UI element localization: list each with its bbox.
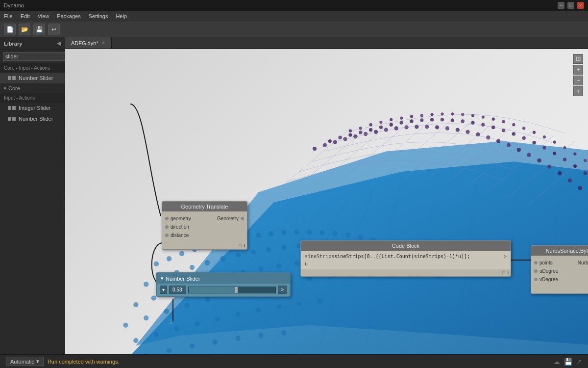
save-button[interactable]: 💾	[33, 24, 45, 35]
ns-value-display[interactable]: 0.53	[169, 286, 186, 294]
menu-settings[interactable]: Settings	[89, 13, 108, 19]
code-block-warn-icon[interactable]: ℹ	[507, 270, 509, 275]
sidebar-item-number-slider-1[interactable]: Number Slider	[0, 73, 65, 83]
port-label-udegree: uDegree	[539, 268, 558, 274]
auto-run-dropdown[interactable]: Automatic ▾	[6, 357, 44, 366]
sidebar-item-label: Number Slider	[19, 116, 53, 122]
menu-file[interactable]: File	[4, 13, 13, 19]
save-icon[interactable]: 💾	[564, 358, 572, 366]
code-block-header: Code Block	[301, 241, 511, 251]
section-input-actions: Input - Actions	[0, 93, 65, 103]
code-block-body: sineStrips sineStrips[0..((List.Count(si…	[301, 251, 511, 269]
viewport-settings-button[interactable]: +	[573, 86, 583, 96]
canvas-tab[interactable]: ADFG.dyn* ✕	[65, 37, 112, 49]
svg-point-89	[568, 179, 572, 183]
svg-point-25	[482, 115, 485, 118]
number-slider-body: ▾ 0.53 >	[157, 284, 290, 296]
undo-button[interactable]: ↩	[48, 24, 60, 35]
sidebar-category-core[interactable]: ▾ Core	[0, 83, 65, 93]
code-block-title: Code Block	[392, 243, 419, 249]
svg-point-65	[323, 143, 327, 147]
svg-point-18	[410, 115, 413, 118]
svg-point-19	[420, 114, 423, 117]
svg-point-117	[220, 256, 225, 261]
ns-type-dropdown[interactable]: ▾	[160, 286, 167, 294]
status-right: ☁ 💾 ↗	[553, 358, 582, 366]
menu-help[interactable]: Help	[116, 13, 127, 19]
svg-point-94	[179, 251, 184, 256]
port-dot-points	[534, 261, 538, 264]
ns-slider-track[interactable]	[188, 287, 276, 293]
help-icon[interactable]: ↗	[576, 358, 582, 366]
tab-close-icon[interactable]: ✕	[101, 40, 105, 46]
slider-icon	[8, 117, 16, 121]
svg-point-55	[512, 132, 515, 135]
new-button[interactable]: 📄	[4, 24, 16, 35]
nurbs-surface-node: NurbsSurface.ByPoints points uDegree	[531, 245, 588, 294]
svg-point-15	[379, 121, 382, 124]
number-slider-node: ▾ Number Slider ▾ 0.53 >	[156, 272, 291, 297]
svg-point-118	[236, 253, 241, 258]
window-controls: ─ □ ✕	[558, 2, 584, 9]
node-info-icon[interactable]: □	[239, 243, 242, 248]
ns-slider-thumb[interactable]	[235, 287, 238, 293]
sidebar-item-integer-slider[interactable]: Integer Slider	[0, 103, 65, 113]
geometry-translate-inputs: geometry direction distance	[162, 213, 214, 240]
node-warn-icon[interactable]: ℹ	[244, 243, 245, 248]
svg-point-93	[167, 256, 172, 261]
svg-point-84	[517, 148, 521, 152]
menu-view[interactable]: View	[38, 13, 49, 19]
svg-point-30	[533, 131, 536, 134]
svg-point-62	[584, 172, 587, 175]
code-output-1: >	[504, 254, 507, 259]
port-vdegree: vDegree	[534, 275, 572, 284]
svg-point-107	[345, 233, 350, 237]
search-input[interactable]	[3, 52, 75, 61]
svg-point-92	[154, 261, 159, 266]
minimize-button[interactable]: ─	[558, 2, 564, 9]
svg-point-143	[144, 315, 148, 320]
sidebar-collapse-icon[interactable]: ◀	[57, 40, 61, 47]
cloud-icon[interactable]: ☁	[553, 358, 560, 366]
svg-point-146	[205, 297, 210, 302]
3d-surface	[65, 49, 588, 354]
sidebar-item-number-slider-2[interactable]: Number Slider	[0, 113, 65, 124]
sidebar-item-label: Integer Slider	[19, 105, 50, 111]
zoom-out-button[interactable]: −	[573, 76, 583, 85]
zoom-in-button[interactable]: +	[573, 65, 583, 75]
svg-point-153	[133, 338, 138, 343]
code-block-info-icon[interactable]: □	[503, 270, 505, 275]
svg-point-77	[445, 126, 449, 130]
port-dot-distance	[165, 234, 169, 237]
svg-point-165	[190, 343, 195, 348]
svg-point-105	[319, 230, 324, 235]
viewport[interactable]: Geometry.Translate geometry direction	[65, 49, 588, 354]
maximize-button[interactable]: □	[567, 2, 574, 9]
svg-point-59	[553, 152, 556, 155]
svg-point-157	[215, 316, 220, 321]
svg-point-168	[258, 333, 263, 338]
run-warning-text: Run completed with warnings.	[48, 359, 120, 365]
svg-point-154	[154, 332, 159, 337]
open-button[interactable]: 📂	[19, 24, 30, 35]
svg-point-164	[167, 348, 172, 353]
slider-icon	[8, 106, 16, 110]
fit-view-button[interactable]: ⊡	[573, 54, 583, 64]
ns-dropdown-arrow[interactable]: ▾	[161, 275, 164, 282]
app-title: Dynamo	[4, 2, 24, 8]
geometry-translate-title: Geometry.Translate	[181, 204, 228, 210]
geometry-translate-body: geometry direction distance	[162, 211, 247, 242]
port-dot-geometry-out	[241, 217, 244, 220]
ns-arrow-button[interactable]: >	[278, 286, 287, 294]
svg-point-69	[364, 132, 368, 136]
menu-edit[interactable]: Edit	[21, 13, 30, 19]
svg-point-90	[578, 186, 582, 190]
svg-point-129	[151, 295, 156, 300]
menu-packages[interactable]: Packages	[57, 13, 80, 19]
run-dropdown-arrow: ▾	[36, 358, 39, 365]
value-label-1: 1	[169, 318, 172, 325]
close-button[interactable]: ✕	[577, 2, 584, 9]
nurbs-surface-header: NurbsSurface.ByPoints	[531, 246, 588, 256]
svg-point-41	[369, 128, 372, 131]
tab-label: ADFG.dyn*	[71, 40, 98, 46]
